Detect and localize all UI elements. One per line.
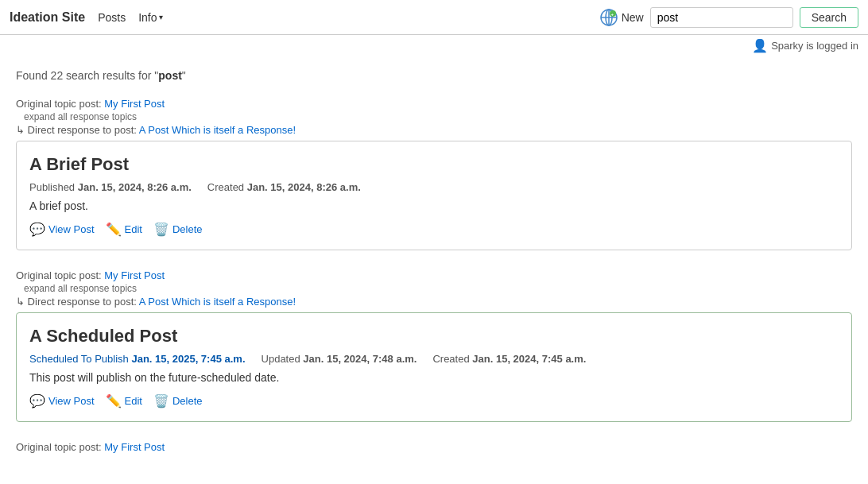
- globe-icon: +: [599, 8, 618, 27]
- view-label-1: View Post: [48, 223, 95, 235]
- new-label: New: [622, 11, 644, 24]
- original-topic-line-3: Original topic post: My First Post: [16, 441, 852, 453]
- published-label-text-1: Published: [29, 181, 75, 193]
- delete-button-2[interactable]: 🗑️ Delete: [153, 393, 203, 408]
- navbar: Ideation Site Posts Info ▾ + New Search: [0, 0, 868, 35]
- created-label-text-2: Created: [432, 353, 469, 365]
- view-post-button-1[interactable]: 💬 View Post: [29, 222, 95, 237]
- post-actions-1: 💬 View Post ✏️ Edit 🗑️ Delete: [29, 222, 839, 237]
- direct-response-label-1: ↳ Direct response to post:: [16, 124, 139, 136]
- edit-button-1[interactable]: ✏️ Edit: [106, 222, 142, 237]
- created-date-2: Jan. 15, 2024, 7:45 a.m.: [472, 353, 586, 365]
- post-group-2: Original topic post: My First Post expan…: [16, 269, 852, 422]
- updated-date-2: Jan. 15, 2024, 7:48 a.m.: [303, 353, 417, 365]
- navbar-right: + New Search: [599, 7, 858, 28]
- delete-button-1[interactable]: 🗑️ Delete: [153, 222, 203, 237]
- user-status: Sparky is logged in: [771, 40, 858, 52]
- original-topic-link-1[interactable]: My First Post: [104, 98, 165, 110]
- expand-all-1[interactable]: expand all response topics: [24, 111, 852, 122]
- direct-response-label-2: ↳ Direct response to post:: [16, 296, 139, 308]
- created-label-1: Created Jan. 15, 2024, 8:26 a.m.: [207, 181, 361, 193]
- original-topic-label-2: Original topic post:: [16, 269, 104, 281]
- edit-label-1: Edit: [125, 223, 142, 235]
- view-icon-2: 💬: [29, 393, 45, 408]
- delete-icon-2: 🗑️: [153, 393, 169, 408]
- results-count: 22: [51, 69, 64, 82]
- direct-response-link-1[interactable]: A Post Which is itself a Response!: [139, 124, 296, 136]
- post-actions-2: 💬 View Post ✏️ Edit 🗑️ Delete: [29, 393, 839, 408]
- original-topic-line-2: Original topic post: My First Post: [16, 269, 852, 281]
- post-body-1: A brief post.: [29, 199, 839, 212]
- post-body-2: This post will publish on the future-sch…: [29, 371, 839, 384]
- user-icon: 👤: [752, 38, 768, 53]
- original-topic-link-3[interactable]: My First Post: [104, 441, 165, 453]
- scheduled-label-2: Scheduled To Publish Jan. 15, 2025, 7:45…: [29, 353, 246, 365]
- delete-label-2: Delete: [172, 395, 203, 407]
- posts-nav-link[interactable]: Posts: [98, 11, 126, 24]
- search-input[interactable]: [650, 7, 793, 28]
- edit-button-2[interactable]: ✏️ Edit: [106, 393, 142, 408]
- svg-text:+: +: [610, 12, 614, 17]
- edit-icon-2: ✏️: [106, 393, 122, 408]
- published-label-1: Published Jan. 15, 2024, 8:26 a.m.: [29, 181, 192, 193]
- scheduled-label-text-2: Scheduled To Publish: [29, 353, 129, 365]
- direct-response-line-2: ↳ Direct response to post: A Post Which …: [16, 296, 852, 308]
- post-card-2: A Scheduled Post Scheduled To Publish Ja…: [16, 312, 852, 422]
- delete-label-1: Delete: [172, 223, 203, 235]
- direct-response-link-2[interactable]: A Post Which is itself a Response!: [139, 296, 296, 308]
- scheduled-date-2: Jan. 15, 2025, 7:45 a.m.: [131, 353, 245, 365]
- results-suffix: ": [182, 69, 186, 82]
- post-card-1: A Brief Post Published Jan. 15, 2024, 8:…: [16, 141, 852, 250]
- brand-link[interactable]: Ideation Site: [10, 10, 85, 25]
- results-prefix: Found: [16, 69, 51, 82]
- search-button[interactable]: Search: [800, 7, 858, 28]
- user-bar: 👤 Sparky is logged in: [0, 35, 868, 56]
- post-title-1: A Brief Post: [29, 154, 839, 175]
- created-date-1: Jan. 15, 2024, 8:26 a.m.: [247, 181, 361, 193]
- new-button[interactable]: + New: [599, 8, 644, 27]
- search-results-summary: Found 22 search results for "post": [16, 69, 852, 82]
- post-dates-2: Scheduled To Publish Jan. 15, 2025, 7:45…: [29, 353, 839, 365]
- post-title-2: A Scheduled Post: [29, 326, 839, 347]
- view-icon-1: 💬: [29, 222, 45, 237]
- delete-icon-1: 🗑️: [153, 222, 169, 237]
- original-topic-label-3: Original topic post:: [16, 441, 104, 453]
- info-label: Info: [138, 11, 157, 24]
- post-group-3: Original topic post: My First Post: [16, 441, 852, 453]
- updated-label-text-2: Updated: [262, 353, 300, 365]
- original-topic-line-1: Original topic post: My First Post: [16, 98, 852, 110]
- view-label-2: View Post: [48, 395, 95, 407]
- original-topic-link-2[interactable]: My First Post: [104, 269, 165, 281]
- created-label-2: Created Jan. 15, 2024, 7:45 a.m.: [432, 353, 586, 365]
- info-dropdown-icon: ▾: [159, 13, 163, 21]
- original-topic-label-1: Original topic post:: [16, 98, 104, 110]
- main-content: Found 22 search results for "post" Origi…: [0, 56, 868, 484]
- post-group-1: Original topic post: My First Post expan…: [16, 98, 852, 250]
- edit-label-2: Edit: [125, 395, 142, 407]
- search-query: post: [158, 69, 182, 82]
- view-post-button-2[interactable]: 💬 View Post: [29, 393, 95, 408]
- results-middle: search results for ": [63, 69, 158, 82]
- expand-all-2[interactable]: expand all response topics: [24, 283, 852, 294]
- direct-response-line-1: ↳ Direct response to post: A Post Which …: [16, 124, 852, 136]
- updated-label-2: Updated Jan. 15, 2024, 7:48 a.m.: [262, 353, 417, 365]
- edit-icon-1: ✏️: [106, 222, 122, 237]
- created-label-text-1: Created: [207, 181, 244, 193]
- published-date-1: Jan. 15, 2024, 8:26 a.m.: [78, 181, 192, 193]
- info-nav-link[interactable]: Info ▾: [138, 11, 162, 24]
- post-dates-1: Published Jan. 15, 2024, 8:26 a.m. Creat…: [29, 181, 839, 193]
